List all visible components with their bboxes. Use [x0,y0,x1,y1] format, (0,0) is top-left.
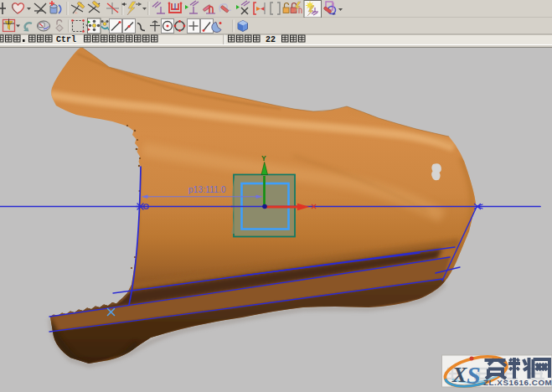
svg-text:X: X [451,363,467,387]
svg-text:S: S [467,361,481,389]
svg-text:22: 22 [266,35,276,44]
svg-text:ZL.XS1616.COM: ZL.XS1616.COM [483,378,552,387]
svg-text:p13:111.0: p13:111.0 [188,185,226,194]
svg-text:Y: Y [261,154,266,162]
svg-text:Ctrl: Ctrl [56,35,76,44]
